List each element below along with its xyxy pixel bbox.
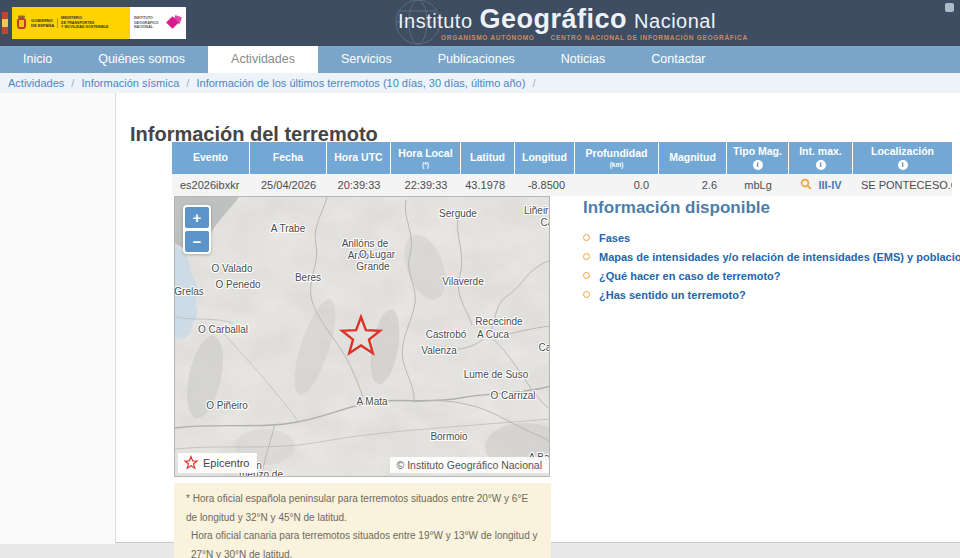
link-fases[interactable]: Fases [599,232,630,244]
breadcrumb-ultimos-terremotos[interactable]: Información de los últimos terremotos (1… [196,77,525,89]
site-subtitle-right: CENTRO NACIONAL DE INFORMACIÓN GEOGRÁFIC… [551,34,748,41]
table-header-row: Evento Fecha Hora UTC Hora Local (*) Lat… [172,142,952,174]
info-icon[interactable]: i [898,160,908,170]
government-logo[interactable]: GOBIERNO DE ESPAÑA MINISTERIO DE TRANSPO… [2,7,186,39]
map-place-label: Rececinde [475,316,523,327]
map-attribution: © Instituto Geográfico Nacional [390,457,549,473]
map-place-label: O Penedo [215,279,260,290]
cell-localizacion: SE PONTECESO.C [853,174,952,196]
time-footnote: * Hora oficial española peninsular para … [174,483,551,558]
main-nav: Inicio Quiénes somos Actividades Servici… [0,46,960,73]
nav-item-noticias[interactable]: Noticias [538,46,628,73]
list-item: Fases [583,232,958,244]
column-header-longitud: Longitud [515,142,575,174]
circle-bullet-icon [583,253,590,260]
page-left-margin [0,93,115,544]
nav-item-quienes-somos[interactable]: Quiénes somos [75,46,208,73]
map-zoom-control: + − [183,205,211,254]
cell-evento: es2026ibxkr [172,174,250,196]
info-panel: Información disponible Fases Mapas de in… [583,198,958,308]
column-header-tipo-mag: Tipo Mag. i [727,142,789,174]
map-place-label: A Mata [356,396,388,407]
map-place-label: Grande [356,261,390,272]
nav-item-actividades[interactable]: Actividades [208,46,318,73]
list-item: ¿Has sentido un terremoto? [583,289,958,301]
column-header-hora-utc: Hora UTC [327,142,391,174]
list-item: ¿Qué hacer en caso de terremoto? [583,270,958,282]
footnote-line1: * Hora oficial española peninsular para … [186,490,539,527]
breadcrumb-separator: / [71,77,74,89]
spain-flag-icon [2,12,8,34]
magnifier-icon[interactable] [800,178,812,190]
cell-hora-local: 22:39:33 [391,174,461,196]
epicenter-star-icon [183,455,199,471]
list-item: Mapas de intensidades y/o relación de in… [583,251,958,263]
map-place-label: Lume de Suso [464,369,529,380]
site-subtitle: ORGANISMO AUTÓNOMO CENTRO NACIONAL DE IN… [441,34,748,41]
site-title-word1: Instituto [398,10,473,33]
nav-item-servicios[interactable]: Servicios [318,46,415,73]
map-place-label: A Trabe [271,223,306,234]
column-header-localizacion: Localización i [853,142,952,174]
map-place-label: Bormoio [430,431,468,442]
epicenter-map[interactable]: A TrabeAnllóns deArribaO ValadoO PenedoB… [174,196,550,477]
table-row: es2026ibxkr 25/04/2026 20:39:33 22:39:33… [172,174,952,196]
column-label: Localización [871,146,934,158]
column-header-evento: Evento [172,142,250,174]
zoom-in-button[interactable]: + [185,207,209,228]
gobierno-label: GOBIERNO DE ESPAÑA [31,18,58,28]
site-title: Instituto Geográfico Nacional [398,4,716,35]
column-header-magnitud: Magnitud [659,142,727,174]
circle-bullet-icon [583,272,590,279]
nav-item-publicaciones[interactable]: Publicaciones [415,46,538,73]
map-place-label: O Piñeiro [206,400,248,411]
map-place-label: Grelas [175,286,204,297]
zoom-out-button[interactable]: − [185,231,209,252]
cell-hora-utc: 20:39:33 [327,174,391,196]
ign-logo-icon [166,15,182,31]
breadcrumb-actividades[interactable]: Actividades [8,77,64,89]
map-place-label: Sergude [439,208,477,219]
breadcrumb-separator: / [532,77,535,89]
legend-label: Epicentro [203,457,249,469]
gobierno-box: GOBIERNO DE ESPAÑA MINISTERIO DE TRANSPO… [12,7,130,39]
ign-logo-label: INSTITUTO GEOGRÁFICO NACIONAL [134,16,159,30]
site-header: GOBIERNO DE ESPAÑA MINISTERIO DE TRANSPO… [0,0,960,46]
column-header-fecha: Fecha [250,142,327,174]
column-sublabel: (km) [610,161,624,168]
coat-of-arms-icon [15,14,28,32]
link-que-hacer[interactable]: ¿Qué hacer en caso de terremoto? [599,270,781,282]
breadcrumb-separator: / [186,77,189,89]
map-place-label: O Lugar [359,249,396,260]
map-place-label: A Cuca [477,329,510,340]
nav-item-inicio[interactable]: Inicio [0,46,75,73]
nav-item-contactar[interactable]: Contactar [628,46,728,73]
breadcrumb-informacion-sismica[interactable]: Información sísmica [81,77,179,89]
cell-tipo-mag: mbLg [727,174,789,196]
link-has-sentido[interactable]: ¿Has sentido un terremoto? [599,289,746,301]
header-corner-icon[interactable] [945,3,954,12]
column-header-hora-local: Hora Local (*) [391,142,461,174]
map-place-label: O Carrizal [490,390,535,401]
map-place-label: Beres [295,272,321,283]
circle-bullet-icon [583,291,590,298]
info-icon[interactable]: i [816,160,826,170]
site-subtitle-left: ORGANISMO AUTÓNOMO [441,34,535,41]
column-label: Fecha [273,152,303,164]
map-place-label: O Valado [212,263,253,274]
map-place-label: Castrobó [426,329,467,340]
column-header-int-max: Int. max. i [789,142,853,174]
cell-latitud: 43.1978 [461,174,515,196]
map-place-label: Ca [541,217,550,228]
page: GOBIERNO DE ESPAÑA MINISTERIO DE TRANSPO… [0,0,960,558]
column-header-latitud: Latitud [461,142,515,174]
link-mapas-intensidades[interactable]: Mapas de intensidades y/o relación de in… [599,251,960,263]
info-icon[interactable]: i [753,160,763,170]
int-max-link[interactable]: III-IV [818,179,841,191]
map-legend: Epicentro [178,453,257,473]
cell-magnitud: 2.6 [659,174,727,196]
earthquake-table: Evento Fecha Hora UTC Hora Local (*) Lat… [172,142,952,196]
map-place-label: O Carballal [198,324,248,335]
column-label: Tipo Mag. [733,146,782,158]
cell-int-max: III-IV [789,174,853,196]
